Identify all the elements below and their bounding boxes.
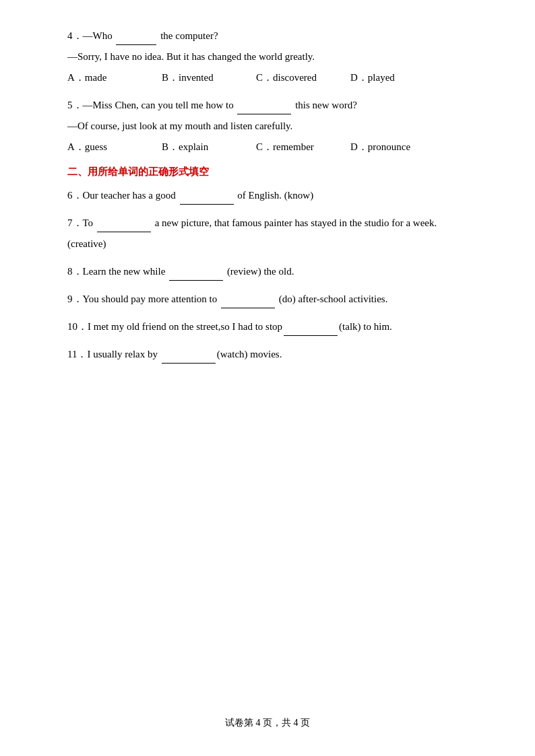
- q4-response: —Sorry, I have no idea. But it has chang…: [67, 48, 481, 66]
- q5-number: 5．—Miss Chen, can you tell me how to: [67, 100, 236, 110]
- question-7: 7．To a new picture, that famous painter …: [67, 214, 481, 253]
- q5-option-b: B．explain: [162, 138, 256, 156]
- page-footer: 试卷第 4 页，共 4 页: [0, 717, 535, 729]
- q5-prompt-end: this new word?: [292, 100, 356, 110]
- question-11: 11．I usually relax by (watch) movies.: [67, 345, 481, 364]
- question-6: 6．Our teacher has a good of English. (kn…: [67, 186, 481, 205]
- q4-prompt-end: the computer?: [158, 30, 218, 41]
- q5-option-c: C．remember: [256, 138, 350, 156]
- q7-hint: (creative): [67, 235, 481, 253]
- q7-text-after: a new picture, that famous painter has s…: [152, 217, 437, 228]
- q4-option-d: D．played: [350, 69, 445, 87]
- q5-options: A．guess B．explain C．remember D．pronounce: [67, 138, 481, 156]
- question-4: 4．—Who the computer? —Sorry, I have no i…: [67, 27, 481, 87]
- q10-line: 10．I met my old friend on the street,so …: [67, 318, 481, 336]
- q7-blank: [97, 221, 151, 232]
- q4-prompt: 4．—Who the computer?: [67, 27, 481, 45]
- q5-prompt: 5．—Miss Chen, can you tell me how to thi…: [67, 96, 481, 114]
- q11-line: 11．I usually relax by (watch) movies.: [67, 345, 481, 364]
- q10-text-after: (talk) to him.: [339, 321, 392, 332]
- q6-line: 6．Our teacher has a good of English. (kn…: [67, 186, 481, 205]
- q10-number: 10．I met my old friend on the street,so …: [67, 321, 282, 332]
- q4-options: A．made B．invented C．discovered D．played: [67, 69, 481, 87]
- q8-text-after: (review) the old.: [224, 266, 294, 277]
- q6-blank: [180, 194, 234, 205]
- q9-blank: [221, 298, 275, 308]
- q4-number: 4．—Who: [67, 30, 115, 41]
- q4-blank: [116, 34, 156, 45]
- question-8: 8．Learn the new while (review) the old.: [67, 263, 481, 281]
- q5-blank: [237, 104, 291, 114]
- q11-blank: [162, 353, 216, 364]
- q4-option-a: A．made: [67, 69, 162, 87]
- q4-option-c: C．discovered: [256, 69, 350, 87]
- question-5: 5．—Miss Chen, can you tell me how to thi…: [67, 96, 481, 156]
- q11-number: 11．I usually relax by: [67, 349, 160, 359]
- q8-blank: [169, 270, 223, 281]
- question-10: 10．I met my old friend on the street,so …: [67, 318, 481, 336]
- q9-line: 9．You should pay more attention to (do) …: [67, 290, 481, 308]
- section-2-title: 二、用所给单词的正确形式填空: [67, 166, 481, 178]
- q8-number: 8．Learn the new while: [67, 266, 168, 277]
- q6-text-after: of English. (know): [235, 190, 314, 201]
- q8-line: 8．Learn the new while (review) the old.: [67, 263, 481, 281]
- q5-option-a: A．guess: [67, 138, 162, 156]
- q6-number: 6．Our teacher has a good: [67, 190, 179, 201]
- q5-option-d: D．pronounce: [350, 138, 445, 156]
- q5-response: —Of course, just look at my mouth and li…: [67, 117, 481, 135]
- q10-blank: [284, 325, 338, 336]
- q4-option-b: B．invented: [162, 69, 256, 87]
- q11-text-after: (watch) movies.: [217, 349, 282, 359]
- question-9: 9．You should pay more attention to (do) …: [67, 290, 481, 308]
- q7-line: 7．To a new picture, that famous painter …: [67, 214, 481, 232]
- q7-number: 7．To: [67, 217, 96, 228]
- page-content: 4．—Who the computer? —Sorry, I have no i…: [0, 0, 535, 427]
- q9-text-after: (do) after-school activities.: [276, 294, 387, 304]
- q9-number: 9．You should pay more attention to: [67, 294, 220, 304]
